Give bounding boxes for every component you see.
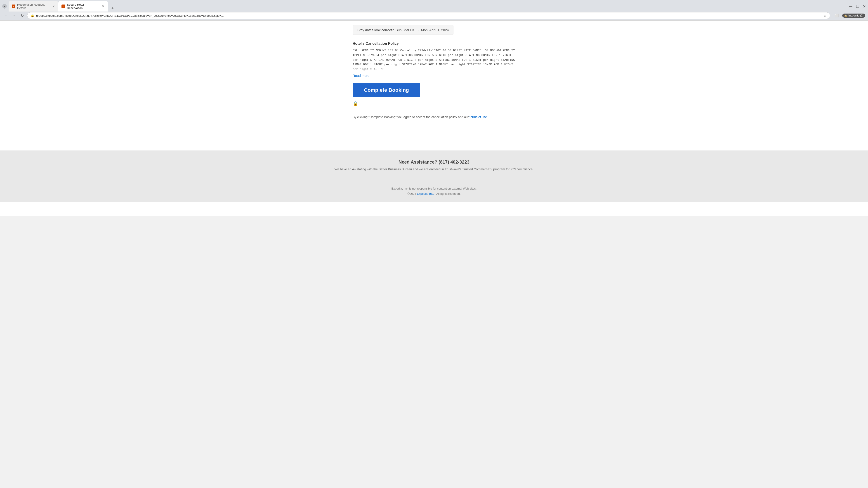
reload-button[interactable]: ↻	[19, 12, 25, 19]
url-text: groups.expedia.com/Accept/CheckOut.htm?s…	[36, 14, 822, 18]
page-main: Stay dates look correct? Sun, Mar 03 → M…	[0, 21, 868, 216]
lock-section: 🔒	[352, 101, 515, 106]
stay-dates-end: Mon, Apr 01, 2024	[421, 28, 449, 32]
sidebar-toggle-button[interactable]: ⬜	[834, 12, 840, 19]
close-button[interactable]: ✕	[863, 4, 866, 8]
tab-secure-hotel-reservation[interactable]: Z Secure Hotel Reservation ✕	[58, 1, 108, 11]
copyright-prefix: ©2024	[407, 192, 416, 195]
bookmark-icon[interactable]: ☆	[824, 14, 827, 18]
minimize-button[interactable]: —	[849, 4, 852, 8]
browser-chrome: ▾ Z Reservation Request Details ✕ Z Secu…	[0, 0, 868, 21]
stay-dates-box: Stay dates look correct? Sun, Mar 03 → M…	[352, 25, 454, 35]
url-bar[interactable]: 🔒 groups.expedia.com/Accept/CheckOut.htm…	[27, 12, 830, 19]
footer-copyright: ©2024 Expedia, Inc. . All rights reserve…	[4, 192, 864, 195]
terms-period: .	[488, 115, 489, 119]
lock-icon: 🔒	[352, 101, 358, 106]
terms-prefix: By clicking "Complete Booking" you agree…	[352, 115, 469, 119]
tab-title-2: Secure Hotel Reservation	[67, 3, 99, 10]
title-bar: ▾ Z Reservation Request Details ✕ Z Secu…	[0, 0, 868, 11]
back-button[interactable]: ←	[3, 12, 9, 19]
window-controls: — ❐ ✕	[849, 4, 866, 8]
new-tab-button[interactable]: +	[110, 5, 116, 11]
url-secure-icon: 🔒	[31, 14, 34, 18]
assistance-desc: We have an A+ Rating with the Better Bus…	[4, 167, 864, 171]
tab-reservation-request[interactable]: Z Reservation Request Details ✕	[8, 1, 58, 11]
address-bar: ← → ↻ 🔒 groups.expedia.com/Accept/CheckO…	[0, 11, 868, 21]
tab-title-1: Reservation Request Details	[17, 3, 49, 10]
assistance-title: Need Assistance? (817) 402-3223	[4, 160, 864, 165]
cancellation-policy-text: CXL: PENALTY AMOUNT 147.64 Cancel by 202…	[352, 48, 515, 72]
footer-legal: Expedia, Inc. is not responsible for con…	[0, 180, 868, 202]
tab-favicon-2: Z	[61, 4, 65, 8]
footer-assistance: Need Assistance? (817) 402-3223 We have …	[0, 151, 868, 180]
tab-bar: Z Reservation Request Details ✕ Z Secure…	[8, 1, 116, 11]
copyright-suffix: . All rights reserved.	[435, 192, 460, 195]
expedia-link[interactable]: Expedia, Inc.	[417, 192, 434, 195]
maximize-button[interactable]: ❐	[856, 4, 859, 8]
terms-of-use-link[interactable]: terms of use	[469, 115, 487, 119]
content-wrapper: Stay dates look correct? Sun, Mar 03 → M…	[348, 25, 520, 119]
stay-dates-label: Stay dates look correct?	[358, 28, 394, 32]
incognito-badge[interactable]: 🕵️ Incognito (2)	[842, 13, 865, 18]
incognito-label: Incognito (2)	[848, 14, 864, 17]
stay-dates-arrow: →	[416, 28, 419, 32]
stay-dates-start: Sun, Mar 03	[396, 28, 414, 32]
content-area: Stay dates look correct? Sun, Mar 03 → M…	[348, 21, 520, 132]
incognito-icon: 🕵️	[844, 14, 847, 17]
tab-list-button[interactable]: ▾	[2, 4, 7, 8]
tab-list-nav[interactable]: ▾	[2, 4, 7, 8]
tab-favicon-1: Z	[12, 4, 16, 8]
tab-close-1[interactable]: ✕	[52, 4, 55, 8]
forward-button[interactable]: →	[11, 12, 17, 19]
terms-text: By clicking "Complete Booking" you agree…	[352, 115, 515, 119]
tab-close-2[interactable]: ✕	[101, 4, 105, 8]
footer-legal-text: Expedia, Inc. is not responsible for con…	[4, 187, 864, 190]
toolbar-icons: ⬜ 🕵️ Incognito (2)	[834, 12, 865, 19]
complete-booking-button[interactable]: Complete Booking	[352, 83, 420, 97]
read-more-link[interactable]: Read more	[352, 74, 369, 77]
cancellation-policy-title: Hotel's Cancellation Policy	[352, 41, 515, 46]
